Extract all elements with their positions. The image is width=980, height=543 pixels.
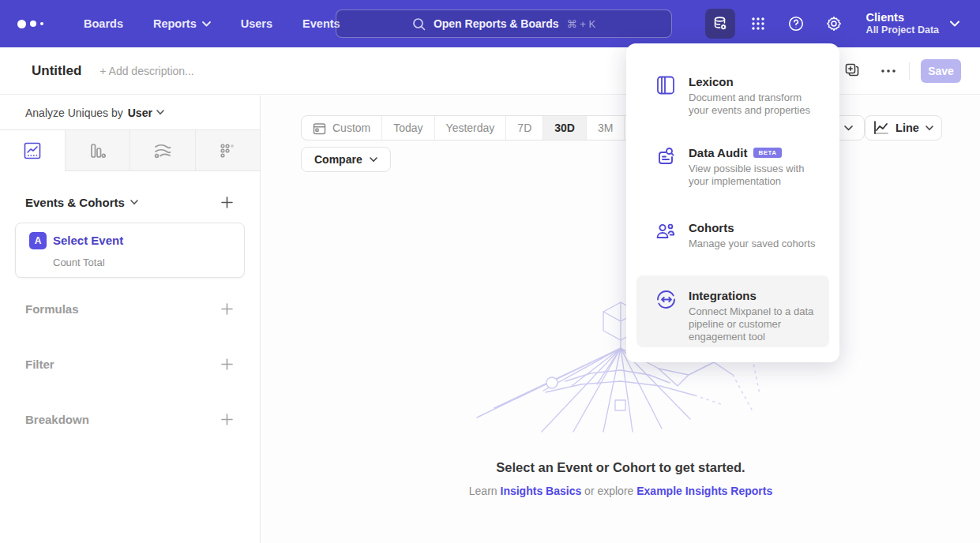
plus-icon: [221, 303, 233, 315]
duplicate-button[interactable]: [840, 58, 865, 83]
empty-state-heading: Select an Event or Cohort to get started…: [261, 460, 980, 475]
report-title[interactable]: Untitled: [32, 63, 81, 79]
chevron-down-icon: [926, 125, 933, 131]
events-cohorts-section: Events & Cohorts: [0, 188, 260, 216]
formulas-header: Formulas: [25, 302, 79, 316]
save-button[interactable]: Save: [921, 59, 961, 83]
settings-button[interactable]: [819, 9, 849, 39]
global-search[interactable]: Open Reports & Boards ⌘ + K: [336, 9, 672, 38]
chevron-down-icon: [844, 125, 853, 131]
more-options-button[interactable]: [876, 64, 901, 78]
nav-item-boards[interactable]: Boards: [84, 17, 123, 30]
date-range-today[interactable]: Today: [382, 116, 434, 140]
analyze-row: Analyze Uniques by User: [0, 95, 260, 129]
mixpanel-logo[interactable]: [17, 20, 49, 28]
navbar-right: Clients All Project Data: [705, 0, 980, 47]
project-switcher-title: Clients: [866, 11, 939, 24]
nav-item-events[interactable]: Events: [302, 17, 340, 30]
compare-button[interactable]: Compare: [301, 147, 391, 172]
duplicate-icon: [845, 63, 860, 78]
insights-basics-link[interactable]: Insights Basics: [501, 485, 582, 497]
analyze-value-dropdown[interactable]: User: [128, 107, 164, 119]
search-placeholder: Open Reports & Boards: [434, 17, 559, 30]
date-range-yesterday[interactable]: Yesterday: [435, 116, 507, 140]
tab-stacked-chart[interactable]: [130, 130, 196, 170]
top-navbar: Boards Reports Users Events Open Reports…: [0, 0, 980, 47]
dots-grid-icon: [219, 142, 236, 159]
nav-item-users[interactable]: Users: [241, 17, 272, 30]
add-breakdown-button[interactable]: [218, 410, 236, 429]
chart-type-dropdown[interactable]: Line: [865, 115, 942, 140]
filter-header: Filter: [25, 358, 54, 371]
help-button[interactable]: [781, 9, 811, 39]
data-management-button[interactable]: [705, 9, 735, 39]
grid-dots-icon: [750, 16, 766, 32]
chart-type-tabs: [0, 129, 260, 171]
question-circle-icon: [787, 15, 805, 32]
search-icon: [412, 17, 426, 31]
plus-icon: [221, 358, 233, 370]
menu-item-lexicon[interactable]: Lexicon Document and transform your even…: [636, 69, 829, 131]
lexicon-book-icon: [655, 75, 676, 95]
menu-item-integrations[interactable]: Integrations Connect Mixpanel to a data …: [636, 275, 829, 347]
empty-subtext-middle: or explore: [584, 485, 633, 497]
report-canvas: Custom Today Yesterday 7D 30D 3M 6M Comp…: [261, 95, 980, 543]
formulas-section: Formulas: [0, 294, 260, 323]
date-range-label: Yesterday: [446, 122, 495, 134]
gear-icon: [825, 15, 843, 32]
menu-item-title: Lexicon: [689, 75, 734, 88]
events-cohorts-header[interactable]: Events & Cohorts: [25, 196, 138, 209]
menu-item-description: Manage your saved cohorts: [689, 238, 818, 250]
date-range-custom[interactable]: Custom: [302, 116, 382, 140]
select-event-card[interactable]: A Select Event Count Total: [15, 223, 245, 278]
add-filter-button[interactable]: [218, 355, 236, 373]
example-reports-link[interactable]: Example Insights Reports: [636, 485, 772, 497]
project-switcher[interactable]: Clients All Project Data: [866, 11, 959, 36]
select-event-label[interactable]: Select Event: [53, 234, 123, 247]
events-cohorts-label: Events & Cohorts: [25, 196, 125, 209]
date-range-3m[interactable]: 3M: [587, 116, 625, 140]
date-range-7d[interactable]: 7D: [506, 116, 543, 140]
tab-line-chart[interactable]: [0, 130, 66, 170]
add-event-button[interactable]: [218, 193, 236, 212]
database-gear-icon: [712, 15, 729, 32]
nav-item-label: Users: [241, 17, 272, 30]
empty-subtext-prefix: Learn: [469, 485, 498, 497]
nav-item-label: Reports: [153, 17, 197, 30]
menu-item-cohorts[interactable]: Cohorts Manage your saved cohorts: [636, 215, 829, 263]
date-range-30d[interactable]: 30D: [543, 116, 587, 140]
date-range-control: Custom Today Yesterday 7D 30D 3M 6M: [301, 115, 663, 140]
data-management-menu: Lexicon Document and transform your even…: [626, 43, 839, 362]
nav-item-label: Events: [302, 17, 340, 30]
project-switcher-subtitle: All Project Data: [866, 24, 939, 36]
line-chart-icon: [24, 142, 41, 159]
plus-icon: [221, 197, 233, 208]
add-formula-button[interactable]: [218, 300, 236, 318]
compare-label: Compare: [314, 153, 362, 166]
menu-item-data-audit[interactable]: Data Audit BETA View possible issues wit…: [636, 140, 829, 202]
chevron-down-icon: [950, 21, 959, 27]
chevron-down-icon: [130, 200, 138, 205]
toolbar-divider: [909, 62, 910, 80]
chart-type-label: Line: [896, 122, 919, 134]
tab-bar-chart[interactable]: [66, 130, 131, 170]
tab-metric-chart[interactable]: [196, 130, 261, 170]
calendar-icon: [313, 122, 326, 135]
date-range-label: Today: [393, 122, 422, 134]
report-description-placeholder[interactable]: + Add description...: [100, 65, 193, 77]
event-count-type[interactable]: Count Total: [53, 257, 105, 268]
menu-item-description: View possible issues with your implement…: [689, 163, 818, 188]
date-range-label: 3M: [598, 122, 613, 134]
beta-badge: BETA: [753, 148, 781, 158]
menu-item-title: Integrations: [689, 289, 757, 302]
apps-grid-button[interactable]: [743, 9, 773, 39]
logo-dot: [40, 22, 43, 25]
query-sidebar: Analyze Uniques by User: [0, 95, 261, 543]
logo-dot: [30, 21, 36, 27]
chevron-down-icon: [370, 157, 377, 163]
chevron-down-icon: [156, 110, 164, 115]
breakdown-section: Breakdown: [0, 405, 260, 433]
empty-state-subtext: Learn Insights Basics or explore Example…: [261, 485, 980, 497]
date-range-label: 30D: [554, 122, 575, 134]
nav-item-reports[interactable]: Reports: [153, 17, 211, 30]
